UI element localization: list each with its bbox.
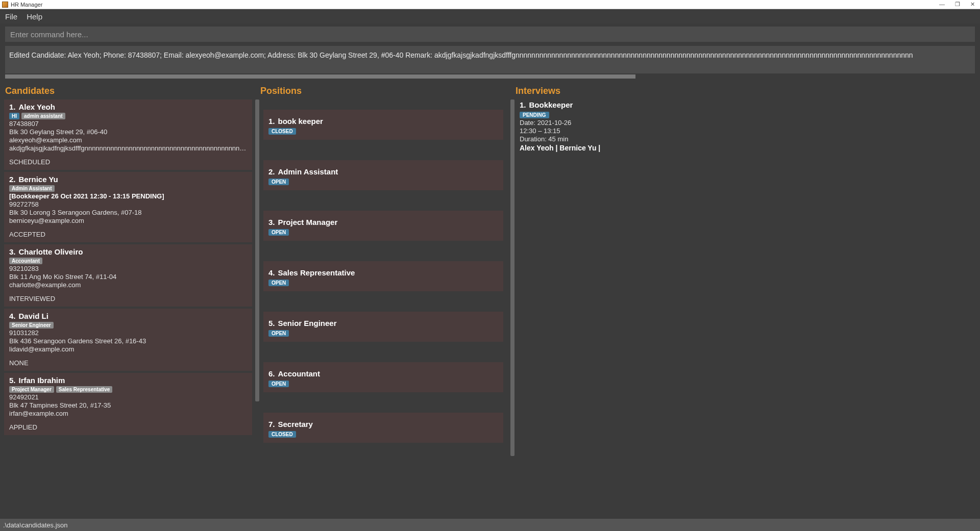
candidate-detail-line: 93210283 — [9, 265, 248, 272]
position-index: 1. — [268, 117, 275, 125]
candidate-detail-line: irfan@example.com — [9, 410, 248, 417]
candidate-card[interactable]: 4.David LiSenior Engineer91031282Blk 436… — [4, 309, 252, 371]
position-title: Accountant — [278, 369, 321, 378]
position-header: 4.Sales Representative — [268, 268, 498, 277]
interview-time: 12:30 – 13:15 — [520, 127, 970, 135]
candidate-tag: Admin Assistant — [9, 185, 55, 192]
status-path: .\data\candidates.json — [3, 521, 67, 529]
candidate-card[interactable]: 5.Irfan IbrahimProject ManagerSales Repr… — [4, 373, 252, 435]
candidates-column: Candidates 1.Alex YeohHIadmin assistant8… — [4, 86, 259, 519]
position-header: 5.Senior Engineer — [268, 319, 498, 327]
position-header: 3.Project Manager — [268, 218, 498, 226]
interviews-heading: Interviews — [514, 86, 976, 99]
candidate-detail-line: Blk 47 Tampines Street 20, #17-35 — [9, 401, 248, 409]
candidate-card[interactable]: 1.Alex YeohHIadmin assistant87438807Blk … — [4, 99, 252, 170]
candidate-index: 4. — [9, 312, 16, 320]
position-status-badge: OPEN — [268, 381, 289, 387]
result-scrollbar-track[interactable] — [5, 74, 975, 79]
positions-scrollbar[interactable] — [510, 99, 514, 519]
position-index: 4. — [268, 268, 275, 277]
candidate-detail-line: Blk 11 Ang Mo Kio Street 74, #11-04 — [9, 273, 248, 281]
candidates-list[interactable]: 1.Alex YeohHIadmin assistant87438807Blk … — [4, 99, 254, 519]
candidate-index: 3. — [9, 247, 16, 256]
candidate-header: 4.David Li — [9, 312, 248, 320]
command-input[interactable] — [5, 27, 975, 42]
candidate-tag: Senior Engineer — [9, 322, 54, 328]
candidate-detail-line: alexyeoh@example.com — [9, 136, 248, 144]
positions-column: Positions 1.book keeperCLOSED2.Admin Ass… — [259, 86, 514, 519]
interview-status-row: PENDING — [520, 111, 970, 118]
position-header: 6.Accountant — [268, 369, 498, 378]
candidates-scrollbar[interactable] — [255, 99, 259, 519]
interview-card[interactable]: 1.BookkeeperPENDINGDate: 2021-10-2612:30… — [514, 99, 974, 156]
position-status-row: OPEN — [268, 329, 498, 337]
maximize-button[interactable]: ❐ — [955, 1, 960, 8]
position-title: Sales Representative — [278, 268, 355, 277]
interview-people: Alex Yeoh | Bernice Yu | — [520, 144, 970, 152]
interviews-list[interactable]: 1.BookkeeperPENDINGDate: 2021-10-2612:30… — [514, 99, 976, 519]
candidate-detail-line: 99272758 — [9, 200, 248, 208]
candidate-header: 2.Bernice Yu — [9, 175, 248, 184]
candidate-detail-line: 91031282 — [9, 329, 248, 337]
position-card[interactable]: 1.book keeperCLOSED — [263, 110, 503, 140]
result-display: Edited Candidate: Alex Yeoh; Phone: 8743… — [5, 46, 975, 73]
position-status-row: CLOSED — [268, 430, 498, 438]
candidate-name: David Li — [19, 312, 48, 320]
candidate-card[interactable]: 2.Bernice YuAdmin Assistant[Bookkeeper 2… — [4, 172, 252, 242]
position-status-badge: OPEN — [268, 229, 289, 236]
candidate-detail-line: Blk 30 Lorong 3 Serangoon Gardens, #07-1… — [9, 209, 248, 216]
result-scrollbar-thumb[interactable] — [5, 74, 635, 79]
positions-scrollbar-thumb[interactable] — [510, 99, 514, 456]
candidate-header: 5.Irfan Ibrahim — [9, 376, 248, 385]
position-status-badge: CLOSED — [268, 431, 296, 438]
position-card[interactable]: 6.AccountantOPEN — [263, 362, 503, 392]
position-index: 2. — [268, 167, 275, 176]
position-status-badge: CLOSED — [268, 128, 296, 135]
candidate-detail-line: charlotte@example.com — [9, 281, 248, 289]
candidate-index: 1. — [9, 103, 16, 111]
app-icon — [2, 2, 8, 8]
candidate-status: INTERVIEWED — [9, 295, 248, 302]
candidate-tag: HI — [9, 113, 19, 119]
candidate-status: SCHEDULED — [9, 158, 248, 166]
position-card[interactable]: 3.Project ManagerOPEN — [263, 211, 503, 241]
candidate-header: 3.Charlotte Oliveiro — [9, 247, 248, 256]
candidate-tags: HIadmin assistant — [9, 113, 248, 119]
candidate-tags: Admin Assistant — [9, 185, 248, 192]
menu-file[interactable]: File — [5, 12, 17, 21]
candidate-name: Alex Yeoh — [19, 103, 55, 111]
positions-list[interactable]: 1.book keeperCLOSED2.Admin AssistantOPEN… — [259, 99, 509, 519]
minimize-button[interactable]: — — [939, 1, 945, 8]
candidate-status: ACCEPTED — [9, 231, 248, 238]
positions-heading: Positions — [259, 86, 514, 99]
position-title: Project Manager — [278, 218, 338, 226]
menu-bar: File Help — [0, 9, 980, 23]
candidate-card[interactable]: 3.Charlotte OliveiroAccountant93210283Bl… — [4, 244, 252, 307]
position-index: 7. — [268, 420, 275, 428]
position-index: 3. — [268, 218, 275, 226]
interview-header: 1.Bookkeeper — [520, 100, 970, 109]
position-card[interactable]: 5.Senior EngineerOPEN — [263, 312, 503, 342]
candidate-tag: admin assistant — [21, 113, 65, 119]
position-header: 7.Secretary — [268, 420, 498, 428]
position-card[interactable]: 7.SecretaryCLOSED — [263, 413, 503, 443]
position-card[interactable]: 2.Admin AssistantOPEN — [263, 160, 503, 190]
position-card[interactable]: 4.Sales RepresentativeOPEN — [263, 261, 503, 291]
candidate-name: Irfan Ibrahim — [19, 376, 65, 385]
candidate-status: APPLIED — [9, 423, 248, 431]
close-button[interactable]: ✕ — [970, 1, 975, 8]
command-area — [0, 23, 980, 44]
candidate-tag: Project Manager — [9, 386, 54, 393]
main-columns: Candidates 1.Alex YeohHIadmin assistant8… — [0, 86, 980, 519]
position-status-row: OPEN — [268, 178, 498, 185]
title-bar: HR Manager — ❐ ✕ — [0, 0, 980, 9]
candidates-scrollbar-thumb[interactable] — [255, 99, 259, 401]
position-status-row: OPEN — [268, 279, 498, 286]
position-title: Senior Engineer — [278, 319, 337, 327]
position-index: 6. — [268, 369, 275, 378]
interview-index: 1. — [520, 100, 526, 109]
position-header: 2.Admin Assistant — [268, 167, 498, 176]
menu-help[interactable]: Help — [27, 12, 42, 21]
candidate-status: NONE — [9, 359, 248, 367]
position-title: Secretary — [278, 420, 313, 428]
